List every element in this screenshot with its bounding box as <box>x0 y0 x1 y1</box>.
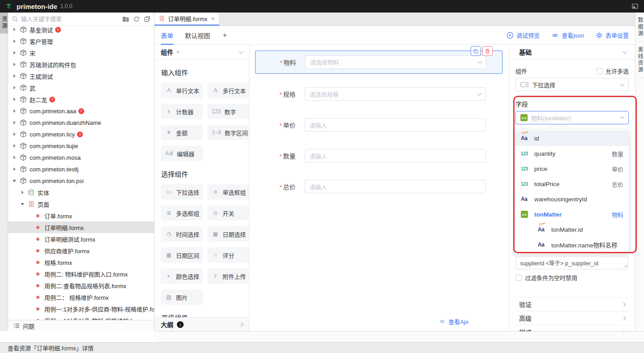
field-option[interactable]: tonMatter.name物料名称 <box>515 237 629 252</box>
palette-component-button[interactable]: ◷ 时间选择 <box>161 226 203 242</box>
chevron-down-icon[interactable] <box>623 49 627 54</box>
expand-arrow-icon[interactable] <box>21 190 25 195</box>
expand-arrow-icon[interactable] <box>13 179 17 183</box>
field-option[interactable]: quantity 数量 <box>515 146 629 161</box>
field-control[interactable]: 请输入 <box>305 118 486 132</box>
palette-component-button[interactable]: ▦ 日期选择 <box>207 226 249 242</box>
refresh-icon[interactable] <box>133 16 140 22</box>
palette-component-button[interactable]: ▨ 图片 <box>161 289 203 305</box>
tree-item[interactable]: 客户管理 ! <box>8 35 154 47</box>
field-control[interactable]: 请选择物料 <box>305 55 486 69</box>
editor-tab-order-detail[interactable]: 订单明细.formx × <box>155 13 219 26</box>
tree-item[interactable]: 页面 ! <box>8 198 154 210</box>
tree-item[interactable]: 用例一:1对多对多-供应商-物料-规格维护.formx ! <box>8 303 154 315</box>
palette-component-button[interactable]: ≣ 多选框组 <box>161 205 203 221</box>
expand-arrow-icon[interactable] <box>21 202 25 206</box>
palette-component-button[interactable]: ▦ 日期区间 <box>161 247 203 263</box>
form-field[interactable]: *物料 请选择物料 <box>255 51 502 74</box>
tree-item[interactable]: 用例二:查看物品规格列表.formx ! <box>8 280 154 291</box>
field-control[interactable]: 请选择规格 <box>305 87 486 101</box>
outline-bar[interactable]: 大纲 i <box>155 317 249 331</box>
field-option[interactable]: warehousingentryId <box>515 191 629 207</box>
inspector-section-row[interactable]: 样式 <box>515 325 629 331</box>
collapse-all-icon[interactable] <box>144 16 150 22</box>
palette-component-button[interactable]: 1~3 数字区间 <box>207 125 249 140</box>
tree-item[interactable]: com.primeton.testlj ! <box>8 163 154 175</box>
field-option[interactable]: tonMatter.id <box>515 222 629 237</box>
tree-item[interactable]: com.primeton.licy ! <box>8 128 154 140</box>
field-option[interactable]: totalPrice 总价 <box>515 176 629 191</box>
palette-component-button[interactable]: ⊙ 开关 <box>207 205 249 221</box>
palette-component-button[interactable]: A≣ 编辑器 <box>161 146 203 161</box>
tree-item[interactable]: 实体 ! <box>8 187 154 198</box>
rail-tab-offline-resources[interactable]: 离线资源 <box>635 42 644 78</box>
tree-item[interactable]: 供应商维护.formx ! <box>8 245 154 256</box>
tree-item[interactable]: 订单.formx ! <box>8 210 154 221</box>
field-binding-select[interactable]: n:1 物料(tonMatter) <box>515 111 629 124</box>
tree-item[interactable]: com.primeton.duanzhName ! <box>8 117 154 128</box>
form-field[interactable]: *单价 请输入 <box>249 118 509 132</box>
tab-default-view[interactable]: 默认视图 <box>185 26 210 45</box>
multi-select-checkbox[interactable] <box>597 68 603 74</box>
field-option[interactable]: tonMatter 物料 <box>515 207 629 222</box>
palette-component-button[interactable]: ▭ 下拉选择 <box>161 184 203 200</box>
chevron-down-icon[interactable] <box>239 49 244 54</box>
tree-item[interactable]: 王斌测试 ! <box>8 70 154 82</box>
expand-arrow-icon[interactable] <box>13 39 17 43</box>
allow-multi-select[interactable]: 允许多选 <box>597 67 629 75</box>
palette-component-button[interactable]: ¥ 金额 <box>161 125 203 140</box>
filter-disable-checkbox[interactable] <box>515 275 522 281</box>
expand-arrow-icon[interactable] <box>13 74 17 78</box>
expand-arrow-icon[interactable] <box>13 109 17 113</box>
form-field[interactable]: *总价 请输入 <box>249 180 509 193</box>
palette-component-button[interactable]: ☆ 评分 <box>207 247 249 263</box>
tree-item[interactable]: 订单明细测试.formx ! <box>8 233 154 245</box>
tree-item[interactable]: com.primeton.liujie ! <box>8 140 154 152</box>
tree-item[interactable]: 武 ! <box>8 82 154 94</box>
palette-component-button[interactable]: ≡ 单选框组 <box>207 184 249 200</box>
basic-section-header[interactable]: 基础 <box>509 45 635 60</box>
tree-item[interactable]: 规格.formx ! <box>8 256 154 268</box>
expand-arrow-icon[interactable] <box>13 85 17 90</box>
filter-disable-row[interactable]: 过滤条件为空时禁用 <box>515 273 629 282</box>
chevron-right-icon[interactable] <box>239 322 244 327</box>
field-option[interactable]: price 单价 <box>515 161 629 176</box>
expand-arrow-icon[interactable] <box>13 144 17 148</box>
palette-component-button[interactable]: A 单行文本 <box>161 83 203 98</box>
palette-component-button[interactable]: ⇧ 附件上传 <box>207 268 249 284</box>
tree-item[interactable]: 宋 ! <box>8 47 154 59</box>
new-folder-icon[interactable] <box>122 16 129 22</box>
tab-form[interactable]: 表单 <box>161 26 173 45</box>
resources-rail-tab[interactable]: 资源 <box>0 13 8 34</box>
inspector-section-row[interactable]: 高级 <box>515 311 629 325</box>
field-control[interactable]: 请输入 <box>305 149 486 162</box>
tree-item[interactable]: com.primeton.aaa ! <box>8 105 154 117</box>
form-settings-button[interactable]: 表单设置 <box>596 31 629 39</box>
expand-arrow-icon[interactable] <box>13 167 17 171</box>
tree-item[interactable]: 用例二： 规格维护.formx ! <box>8 291 154 303</box>
debug-preview-button[interactable]: 调试预览 <box>507 31 540 39</box>
expand-arrow-icon[interactable] <box>13 62 17 67</box>
inspector-section-row[interactable]: 验证 <box>515 297 629 311</box>
problems-bar[interactable]: 问题 <box>8 320 154 331</box>
form-canvas[interactable]: *物料 请选择物料 <box>249 45 509 331</box>
palette-component-button[interactable]: ± 计数器 <box>161 104 203 119</box>
tree-item[interactable]: 用例二: 物料维护视图入口.formx ! <box>8 268 154 280</box>
view-json-button[interactable]: 查看json <box>551 31 584 39</box>
palette-component-button[interactable]: 123 数字 <box>207 104 249 119</box>
field-control[interactable]: 请输入 <box>305 180 486 193</box>
expand-arrow-icon[interactable] <box>13 27 17 32</box>
palette-header[interactable]: 组件 ≡ <box>155 45 249 60</box>
expand-arrow-icon[interactable] <box>13 132 17 136</box>
add-view-button[interactable]: + <box>223 31 227 40</box>
expand-arrow-icon[interactable] <box>13 155 17 160</box>
expand-arrow-icon[interactable] <box>13 120 17 125</box>
form-field[interactable]: *数量 请输入 <box>249 149 509 162</box>
tree-item[interactable]: 赵二龙 ! <box>8 94 154 105</box>
rail-tab-datasource[interactable]: 数据源 <box>635 13 644 42</box>
component-type-select[interactable]: 下拉选择 <box>515 78 629 91</box>
tree-item[interactable]: 订单明细.formx ! <box>8 221 154 233</box>
tree-item[interactable]: 用例一:1对多对多-物料-规格维护.formx ! <box>8 315 154 320</box>
delete-field-button[interactable] <box>482 46 493 56</box>
form-field[interactable]: *规格 请选择规格 <box>249 87 509 101</box>
